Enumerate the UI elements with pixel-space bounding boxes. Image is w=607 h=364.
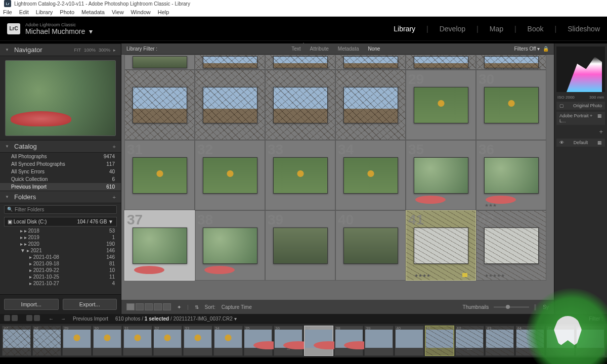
sort-direction-icon[interactable]: ⇅ xyxy=(195,304,199,310)
module-library[interactable]: Library xyxy=(394,25,415,33)
menu-library[interactable]: Library xyxy=(36,9,53,15)
navigator-zoom[interactable]: FIT100%300% ▸ xyxy=(74,48,116,53)
filter-tab-text[interactable]: Text xyxy=(291,46,300,52)
folders-header[interactable]: ▼ Folders + xyxy=(0,191,121,203)
grid-toolbar[interactable]: ✦ | ⇅ Sort: Capture Time Thumbnails ▌ Sy xyxy=(121,300,554,314)
color-label[interactable] xyxy=(462,273,467,277)
filmstrip[interactable]: 27 28 29 30 31 32 33 34 35 36 ••• xyxy=(0,323,607,357)
grid-cell[interactable] xyxy=(406,55,476,70)
grid-cell[interactable] xyxy=(335,55,406,70)
grid-cell[interactable]: 37 xyxy=(124,210,195,281)
filmstrip-thumb[interactable] xyxy=(305,330,332,348)
original-photo-row[interactable]: ▢Original Photo xyxy=(556,102,605,110)
module-map[interactable]: Map xyxy=(490,25,503,33)
grid-cell[interactable]: 33 xyxy=(265,140,335,210)
menu-view[interactable]: View xyxy=(112,9,124,15)
thumbnail[interactable] xyxy=(133,228,187,264)
user-name[interactable]: Michael Muchmore ▾ xyxy=(25,27,93,35)
filmstrip-thumb[interactable] xyxy=(547,330,574,348)
folder-item[interactable]: ▸ 2021-10-2511 xyxy=(0,274,121,280)
menu-photo[interactable]: Photo xyxy=(60,9,74,15)
nav-back-icon[interactable]: ← xyxy=(49,316,54,322)
grid-cell[interactable]: 42 ★★★★★ xyxy=(476,210,546,281)
filmstrip-cell[interactable]: 35 xyxy=(244,326,273,356)
grid-cell[interactable]: 32 xyxy=(195,140,265,210)
grid-cell[interactable]: 38 xyxy=(195,210,265,281)
filmstrip-cell[interactable]: 31 xyxy=(123,326,152,356)
grid-cell[interactable]: 36 ★★★ xyxy=(476,140,546,210)
filmstrip-cell[interactable]: 38 xyxy=(334,326,364,356)
filmstrip-info-bar[interactable]: ←→ Previous Import 610 photos / 1 select… xyxy=(0,314,607,323)
menu-file[interactable]: File xyxy=(3,9,12,15)
grid-cell[interactable]: 41 ★★★★ xyxy=(406,210,476,281)
grid-cell[interactable]: 25 xyxy=(124,70,195,140)
thumbnail[interactable] xyxy=(414,56,468,68)
catalog-list[interactable]: All Photographs9474All Synced Photograph… xyxy=(0,153,121,191)
library-filter-bar[interactable]: Library Filter : TextAttributeMetadataNo… xyxy=(121,43,554,55)
filmstrip-cell[interactable]: 34 xyxy=(213,326,243,356)
folder-item[interactable]: ▸ ▸ 201853 xyxy=(0,228,121,234)
filmstrip-cell[interactable]: 42 ••••• xyxy=(455,326,485,356)
folder-item[interactable]: ▸ 2021-09-1881 xyxy=(0,260,121,267)
thumbnail[interactable] xyxy=(414,157,468,194)
thumbnail[interactable] xyxy=(343,157,398,194)
rating-stars[interactable]: ★★★★★ xyxy=(485,273,505,278)
disclosure-triangle-icon[interactable]: ▼ xyxy=(5,48,9,52)
filmstrip-thumb[interactable] xyxy=(33,330,61,348)
folder-item[interactable]: ▸ 2021-10-274 xyxy=(0,280,121,287)
filmstrip-source[interactable]: Previous Import xyxy=(73,316,108,322)
catalog-item[interactable]: All Photographs9474 xyxy=(0,153,121,160)
thumbnail[interactable] xyxy=(133,87,187,123)
rating-stars[interactable]: ★★★★ xyxy=(414,273,430,278)
thumbnail[interactable] xyxy=(484,228,539,264)
filmstrip-thumb[interactable] xyxy=(214,330,242,348)
import-button[interactable]: Import... xyxy=(4,299,59,310)
filmstrip-thumb[interactable] xyxy=(154,330,181,348)
thumbnail[interactable] xyxy=(343,87,398,123)
thumbnail[interactable] xyxy=(273,228,328,264)
filmstrip-thumb[interactable] xyxy=(426,330,453,348)
filmstrip-thumb[interactable] xyxy=(3,330,30,348)
filmstrip-thumb[interactable] xyxy=(365,330,393,348)
grid-cell[interactable]: 27 xyxy=(265,70,335,140)
filmstrip-thumb[interactable] xyxy=(335,330,363,348)
folder-item[interactable]: ▸ ▸ 2020190 xyxy=(0,241,121,247)
grid-cell[interactable]: 31 xyxy=(124,140,195,210)
thumbnail[interactable] xyxy=(343,228,398,264)
thumbnail[interactable] xyxy=(414,87,468,123)
nav-fwd-icon[interactable]: → xyxy=(61,316,66,322)
filmstrip-thumb[interactable] xyxy=(456,330,483,348)
navigator-header[interactable]: ▼ Navigator FIT100%300% ▸ xyxy=(0,43,121,56)
thumbnail[interactable] xyxy=(484,87,539,123)
folder-item[interactable]: ▸ 2021-09-2210 xyxy=(0,267,121,274)
filmstrip-thumb[interactable] xyxy=(244,330,272,348)
filmstrip-cell[interactable]: 30 xyxy=(93,326,122,356)
menu-edit[interactable]: Edit xyxy=(19,9,29,15)
catalog-header[interactable]: ▼ Catalog + xyxy=(0,140,121,153)
thumbnail[interactable] xyxy=(484,56,539,68)
thumbnail[interactable] xyxy=(343,56,398,68)
grid-cell[interactable] xyxy=(195,55,265,70)
filmstrip-cell[interactable]: 37 xyxy=(304,326,333,356)
grid-cell[interactable]: 30 xyxy=(476,70,546,140)
grid-cell[interactable] xyxy=(124,55,195,70)
catalog-item[interactable]: All Sync Errors40 xyxy=(0,168,121,175)
catalog-item[interactable]: All Synced Photographs117 xyxy=(0,160,121,168)
thumbnail[interactable] xyxy=(273,157,328,194)
filters-off-toggle[interactable]: Filters Off xyxy=(514,46,536,52)
grid-cell[interactable]: 39 xyxy=(265,210,335,281)
navigator-preview[interactable] xyxy=(5,60,116,136)
filmstrip-thumb[interactable] xyxy=(396,330,423,348)
filter-tab-none[interactable]: None xyxy=(368,46,380,52)
filmstrip-cell[interactable]: 44 xyxy=(515,326,545,356)
filmstrip-cell[interactable]: 36 ••• xyxy=(274,326,303,356)
filmstrip-thumb[interactable] xyxy=(94,330,121,348)
export-button[interactable]: Export... xyxy=(63,299,117,310)
grid-loupe-icons[interactable] xyxy=(26,315,41,322)
menu-help[interactable]: Help xyxy=(158,9,169,15)
thumbnail[interactable] xyxy=(203,228,257,264)
grid-cell[interactable]: 34 xyxy=(335,140,406,210)
profile-row[interactable]: Adobe Portrait + L...▦ xyxy=(556,112,605,125)
filmstrip-thumb[interactable] xyxy=(275,330,302,348)
grid-cell[interactable]: 26 xyxy=(195,70,265,140)
